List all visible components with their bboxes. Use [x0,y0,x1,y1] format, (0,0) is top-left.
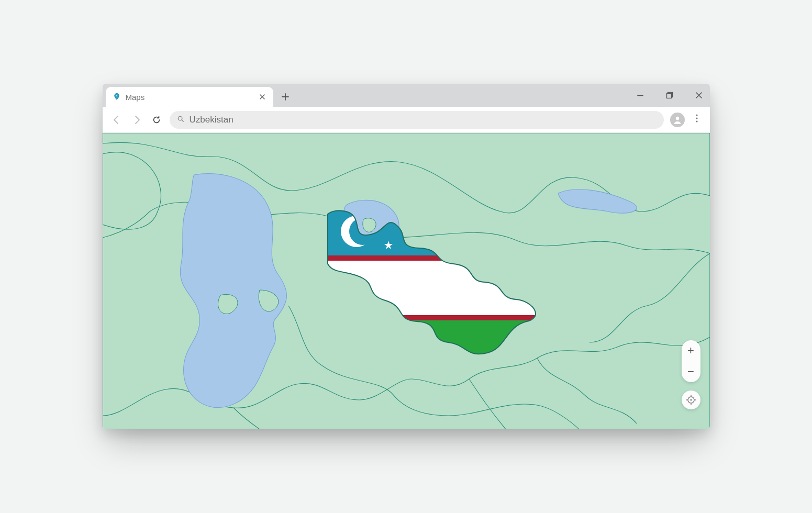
svg-rect-2 [666,94,671,98]
back-button[interactable] [110,113,124,127]
zoom-out-button[interactable]: − [682,361,700,382]
tab-title: Maps [126,93,252,102]
browser-window: Maps [103,84,710,429]
menu-button[interactable] [691,114,703,125]
svg-point-4 [675,116,678,119]
window-close-button[interactable] [693,90,705,101]
svg-point-0 [116,95,117,96]
window-controls [635,84,705,107]
tab-close-icon[interactable] [258,93,267,102]
minimize-button[interactable] [635,90,646,101]
new-tab-button[interactable] [275,87,295,107]
maximize-button[interactable] [664,90,675,101]
zoom-in-button[interactable]: + [682,340,700,361]
tab-maps[interactable]: Maps [106,87,273,107]
forward-button[interactable] [130,113,143,127]
zoom-controls: + − [682,340,700,382]
reload-button[interactable] [150,113,163,127]
locate-me-button[interactable] [682,391,700,409]
address-bar[interactable] [170,111,664,129]
profile-avatar[interactable] [670,113,685,127]
search-icon [177,115,184,125]
browser-toolbar [103,107,710,133]
svg-point-6 [696,117,697,119]
map-viewport[interactable]: + − [103,133,710,429]
svg-point-18 [690,399,692,400]
svg-point-5 [696,114,697,116]
map-canvas[interactable] [103,133,710,429]
svg-point-7 [696,120,697,122]
map-pin-icon [113,92,120,103]
address-input[interactable] [190,115,657,125]
tab-strip: Maps [103,84,710,107]
